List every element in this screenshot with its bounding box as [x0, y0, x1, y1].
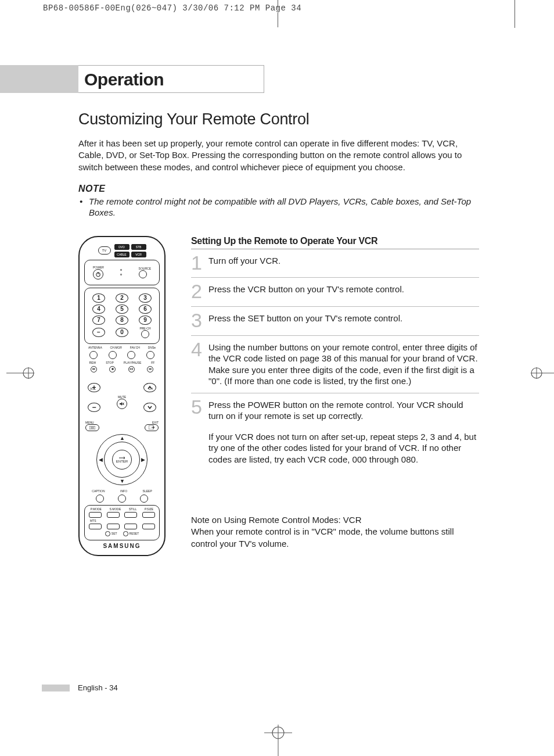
footer-tab [42, 685, 70, 691]
stop-icon [109, 366, 116, 372]
remote-mts-button [89, 524, 102, 529]
remote-sleep-label: SLEEP [143, 489, 152, 493]
remote-mts-label: MTS [90, 519, 96, 522]
remote-cable-button: CABLE [114, 252, 129, 257]
remote-caption-label: CAPTION [92, 489, 105, 493]
dpad-right-icon: ▶ [141, 457, 145, 463]
remote-num-1: 1 [92, 293, 105, 303]
remote-chmgr-button [109, 351, 117, 359]
remote-psize-label: P.SIZE [145, 507, 153, 511]
remote-num-2: 2 [116, 293, 128, 303]
remote-vol-label: VOL [90, 387, 96, 390]
remote-menu-label: MENU [85, 421, 99, 424]
note-modes: Note on Using Remote Control Modes: VCR … [191, 514, 479, 550]
remote-menu-button [85, 424, 99, 431]
rewind-icon [91, 366, 97, 372]
remote-dvd-button: DVD [114, 244, 129, 250]
remote-set-label: SET [111, 532, 117, 535]
step-text: Press the SET button on your TV's remote… [208, 311, 402, 329]
step-text: Using the number buttons on your remote … [208, 341, 479, 387]
remote-extra-button [142, 524, 155, 529]
step-4: 4 Using the number buttons on your remot… [191, 336, 479, 393]
dpad-left-icon: ◀ [99, 457, 103, 463]
power-icon [93, 269, 103, 280]
step-number: 1 [191, 254, 204, 272]
play-pause-icon [128, 366, 135, 372]
remote-antenna-label: ANTENNA [88, 346, 102, 349]
remote-power-label: POWER [93, 266, 104, 269]
remote-pmode-label: P.MODE [91, 507, 102, 511]
remote-enter-label: ENTER [116, 460, 128, 463]
remote-dpad: ENTER ▲ ▼ ◀ ▶ [96, 433, 148, 486]
svg-rect-12 [132, 368, 132, 370]
remote-ff-label: FF [151, 361, 154, 364]
remote-smode-label: S.MODE [110, 507, 121, 511]
remote-exit-label: EXIT [145, 421, 159, 424]
step-text: Press the VCR button on your TV's remote… [208, 282, 404, 300]
footer-text: English - 34 [78, 683, 118, 692]
step-2: 2 Press the VCR button on your TV's remo… [191, 278, 479, 307]
note-modes-line1: Note on Using Remote Control Modes: VCR [191, 514, 479, 526]
step-number: 3 [191, 311, 204, 329]
section-title: Customizing Your Remote Control [78, 110, 479, 128]
remote-smode-button [107, 512, 120, 518]
print-header: BP68-00586F-00Eng(026~047) 3/30/06 7:12 … [43, 3, 301, 13]
step-number: 2 [191, 282, 204, 300]
dpad-down-icon: ▼ [120, 478, 125, 484]
remote-dnse-label: DNSe [148, 346, 156, 349]
led-icon [120, 269, 122, 271]
remote-dnse-button [146, 351, 154, 359]
svg-rect-13 [132, 368, 133, 370]
note-modes-line2: When your remote control is in "VCR" mod… [191, 526, 479, 550]
note-body: The remote control might not be compatib… [78, 196, 479, 218]
remote-illustration: TV DVD STB CABLE VCR [78, 236, 167, 556]
remote-rew-label: REW [89, 361, 96, 364]
remote-play-label: PLAY/PAUSE [124, 361, 141, 364]
remote-favch-label: FAV.CH [130, 346, 140, 349]
mute-icon [117, 399, 127, 409]
remote-prech-label: PRE-CH [139, 327, 152, 330]
remote-tv-button: TV [98, 246, 111, 255]
intro-paragraph: After it has been set up properly, your … [78, 138, 479, 173]
remote-mute-label: MUTE [117, 395, 127, 399]
sub-section-title: Setting Up the Remote to Operate Your VC… [191, 236, 479, 249]
crop-mark [278, 0, 278, 9]
led-icon [120, 274, 122, 275]
step-text-2: If your VCR does not turn on after set-u… [208, 430, 479, 465]
remote-extra-button [107, 524, 120, 529]
remote-reset-button [123, 531, 128, 536]
remote-still-label: STILL [129, 507, 136, 511]
step-5: 5 Press the POWER button on the remote c… [191, 393, 479, 471]
remote-antenna-button [89, 351, 98, 359]
remote-exit-button [145, 424, 159, 431]
svg-rect-16 [89, 426, 95, 429]
remote-favch-button [127, 351, 135, 359]
remote-num-4: 4 [92, 304, 105, 314]
remote-source-label: SOURCE [139, 267, 151, 270]
remote-source-button [139, 270, 147, 278]
remote-enter-button: ENTER [112, 450, 132, 470]
remote-stb-button: STB [131, 244, 146, 250]
remote-ch-label: CH [149, 387, 153, 390]
remote-info-button [118, 495, 126, 503]
remote-vcr-button: VCR [131, 252, 146, 257]
page-footer: English - 34 [42, 683, 118, 692]
remote-chmgr-label: CH.MGR [110, 346, 122, 349]
remote-caption-button [96, 495, 104, 503]
fast-forward-icon [147, 366, 153, 372]
remote-sleep-button [140, 495, 148, 503]
crop-mark [278, 13, 278, 27]
remote-dash-button: − [92, 328, 105, 337]
chapter-tab [0, 65, 78, 93]
note-heading: NOTE [78, 184, 479, 194]
step-number: 4 [191, 341, 204, 387]
remote-brand: SAMSUNG [84, 543, 160, 549]
remote-num-6: 6 [139, 304, 152, 314]
crop-mark [515, 0, 515, 28]
step-1: 1 Turn off your VCR. [191, 249, 479, 278]
registration-mark-left [0, 366, 41, 380]
chapter-heading: Operation [0, 65, 264, 93]
remote-still-button [124, 512, 137, 518]
chapter-title: Operation [78, 65, 264, 93]
remote-set-button [105, 531, 110, 536]
